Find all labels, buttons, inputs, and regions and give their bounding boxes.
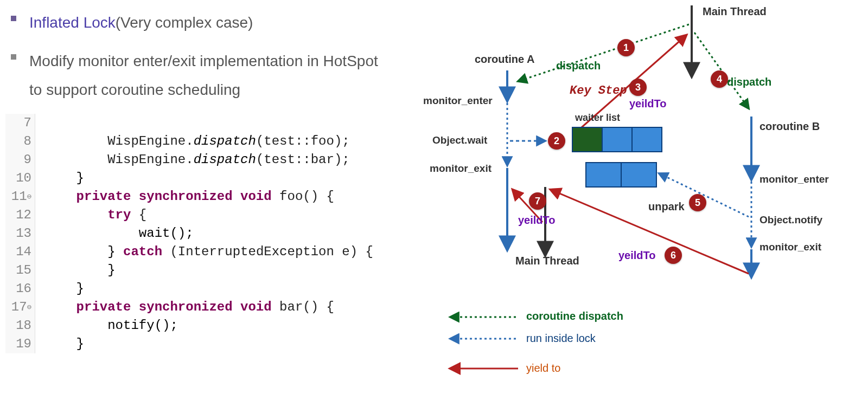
label-monitor-enter-b: monitor_enter (760, 173, 829, 185)
svg-rect-9 (602, 127, 632, 152)
label-object-wait: Object.wait (432, 134, 487, 146)
step-4: 4 (711, 70, 728, 88)
step-6: 6 (665, 247, 682, 264)
svg-rect-11 (586, 163, 621, 187)
step-1: 1 (617, 39, 635, 56)
step-2: 2 (548, 132, 565, 150)
bullet-text-1: Inflated Lock(Very complex case) (29, 8, 253, 37)
label-yeildto-7: yeildTo (518, 214, 556, 227)
label-coroutine-b: coroutine B (760, 120, 820, 133)
label-monitor-enter-a: monitor_enter (423, 95, 493, 107)
label-yeildto-6: yeildTo (618, 249, 656, 262)
bullet-text-2: Modify monitor enter/exit implementation… (29, 47, 391, 104)
label-dispatch-4: dispatch (727, 76, 771, 88)
bullet-list: Inflated Lock(Very complex case) Modify … (11, 8, 391, 114)
label-main-thread-mid: Main Thread (515, 255, 579, 267)
legend-dispatch: coroutine dispatch (526, 310, 623, 322)
bullet-item-1: Inflated Lock(Very complex case) (11, 8, 391, 37)
bullet-colored: Inflated Lock (29, 14, 116, 31)
label-key-step: Key Step (570, 84, 627, 98)
step-7: 7 (529, 192, 546, 210)
bullet-rest: (Very complex case) (116, 14, 253, 31)
bullet-item-2: Modify monitor enter/exit implementation… (11, 47, 391, 104)
step-5: 5 (689, 194, 706, 211)
bullet-marker (11, 54, 16, 60)
legend-yield-to: yield to (526, 362, 560, 374)
bullet-marker (11, 16, 16, 21)
step-3: 3 (629, 79, 647, 96)
code-panel: 7 8 WispEngine.dispatch(test::foo); 9 Wi… (5, 114, 407, 341)
label-unpark: unpark (648, 201, 685, 213)
diagram: Main Thread coroutine A dispatch dispatc… (439, 0, 868, 420)
svg-rect-12 (621, 163, 656, 187)
legend-inside-lock: run inside lock (526, 332, 596, 345)
svg-line-1 (518, 24, 689, 81)
svg-rect-10 (632, 127, 662, 152)
label-yeildto-3: yeildTo (629, 98, 667, 110)
label-dispatch-1: dispatch (556, 60, 601, 72)
label-main-thread-top: Main Thread (703, 5, 767, 18)
svg-rect-8 (572, 127, 602, 152)
label-monitor-exit-a: monitor_exit (430, 163, 492, 175)
label-coroutine-a: coroutine A (475, 53, 534, 66)
label-object-notify: Object.notify (760, 214, 822, 226)
label-monitor-exit-b: monitor_exit (760, 241, 821, 253)
label-waiter-list: waiter list (575, 112, 620, 124)
